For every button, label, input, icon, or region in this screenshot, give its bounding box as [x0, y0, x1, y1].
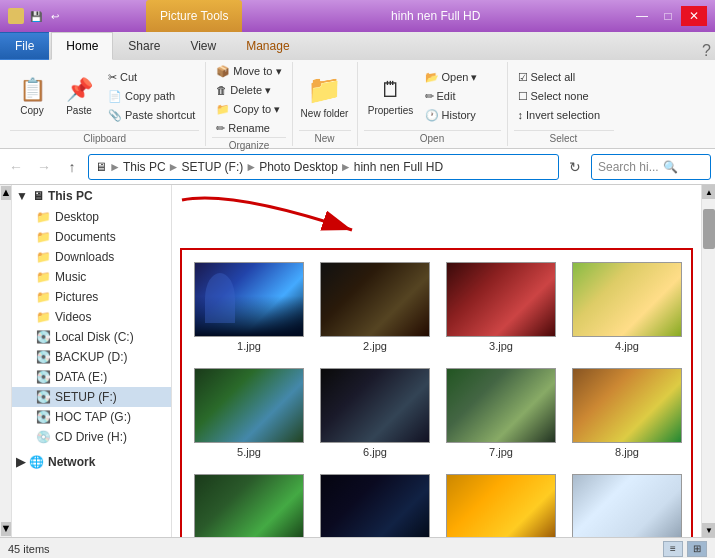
help-icon[interactable]: ?	[702, 42, 711, 60]
sidebar-item-data-e[interactable]: 💽 DATA (E:)	[12, 367, 171, 387]
maximize-button[interactable]: □	[655, 6, 681, 26]
path-setup: SETUP (F:)	[181, 160, 243, 174]
sidebar-item-documents[interactable]: 📁 Documents	[12, 227, 171, 247]
select-all-button[interactable]: ☑ Select all	[514, 68, 614, 86]
copy-to-button[interactable]: 📁 Copy to ▾	[212, 100, 285, 118]
sidebar-scroll-down[interactable]: ▼	[1, 522, 11, 536]
data-e-label: DATA (E:)	[55, 370, 107, 384]
list-item[interactable]: 4.jpg	[568, 258, 686, 356]
music-label: Music	[55, 270, 86, 284]
close-button[interactable]: ✕	[681, 6, 707, 26]
list-item[interactable]: 6.jpg	[316, 364, 434, 462]
grid-view-button[interactable]: ⊞	[687, 541, 707, 557]
sidebar-item-desktop[interactable]: 📁 Desktop	[12, 207, 171, 227]
list-item[interactable]: 12.jpg	[568, 470, 686, 537]
list-item[interactable]: 5.jpg	[190, 364, 308, 462]
tab-share[interactable]: Share	[113, 32, 175, 60]
sidebar-this-pc-section[interactable]: ▼ 🖥 This PC	[12, 185, 171, 207]
forward-button[interactable]: →	[32, 155, 56, 179]
this-pc-label: This PC	[48, 189, 93, 203]
edit-button[interactable]: ✏ Edit	[421, 87, 501, 105]
tab-manage[interactable]: Manage	[231, 32, 304, 60]
ribbon-tabs: File Home Share View Manage ?	[0, 32, 715, 60]
image-label-4: 4.jpg	[615, 340, 639, 352]
list-item[interactable]: 7.jpg	[442, 364, 560, 462]
rename-button[interactable]: ✏ Rename	[212, 119, 285, 137]
search-box[interactable]: Search hi... 🔍	[591, 154, 711, 180]
list-item[interactable]: 9.jpg	[190, 470, 308, 537]
minimize-button[interactable]: —	[629, 6, 655, 26]
scroll-thumb[interactable]	[703, 209, 715, 249]
scroll-track	[702, 199, 715, 523]
main-area: ▲ ▼ ▼ 🖥 This PC 📁 Desktop 📁 Documents 📁 …	[0, 185, 715, 537]
sidebar-network-section[interactable]: ▶ 🌐 Network	[12, 451, 171, 473]
organize-group: 📦 Move to ▾ 🗑 Delete ▾ 📁 Copy to ▾ ✏ Ren…	[206, 62, 292, 146]
open-label: Open	[364, 130, 501, 146]
select-none-button[interactable]: ☐ Select none	[514, 87, 614, 105]
sidebar-scroll-up[interactable]: ▲	[1, 186, 11, 200]
address-path[interactable]: 🖥 ► This PC ► SETUP (F:) ► Photo Desktop…	[88, 154, 559, 180]
documents-folder-icon: 📁	[36, 230, 51, 244]
path-photo-desktop: Photo Desktop	[259, 160, 338, 174]
move-icon: 📦	[216, 65, 230, 78]
delete-icon: 🗑	[216, 84, 227, 96]
paste-shortcut-button[interactable]: 📎 Paste shortcut	[104, 106, 199, 124]
copy-button[interactable]: 📋 Copy	[10, 66, 54, 126]
sidebar-item-downloads[interactable]: 📁 Downloads	[12, 247, 171, 267]
new-folder-icon: 📁	[307, 73, 342, 106]
sidebar-item-setup-f[interactable]: 💽 SETUP (F:)	[12, 387, 171, 407]
scroll-down-button[interactable]: ▼	[702, 523, 715, 537]
image-label-2: 2.jpg	[363, 340, 387, 352]
red-arrow	[172, 185, 392, 255]
copy-path-button[interactable]: 📄 Copy path	[104, 87, 199, 105]
tab-view[interactable]: View	[175, 32, 231, 60]
move-to-button[interactable]: 📦 Move to ▾	[212, 62, 285, 80]
tab-home[interactable]: Home	[51, 32, 113, 60]
list-item[interactable]: 2.jpg	[316, 258, 434, 356]
sidebar-item-music[interactable]: 📁 Music	[12, 267, 171, 287]
list-item[interactable]: 8.jpg	[568, 364, 686, 462]
path-computer-icon: 🖥	[95, 160, 107, 174]
path-hinh-nen: hinh nen Full HD	[354, 160, 443, 174]
qa-undo[interactable]: ↩	[47, 8, 63, 24]
sidebar-item-hoc-tap-g[interactable]: 💽 HOC TAP (G:)	[12, 407, 171, 427]
videos-folder-icon: 📁	[36, 310, 51, 324]
history-button[interactable]: 🕐 History	[421, 106, 501, 124]
sidebar-item-local-disk-c[interactable]: 💽 Local Disk (C:)	[12, 327, 171, 347]
tab-file[interactable]: File	[0, 32, 49, 60]
thumbnail-12	[572, 474, 682, 537]
invert-selection-button[interactable]: ↕ Invert selection	[514, 106, 614, 124]
path-sep1: ►	[109, 160, 121, 174]
thumbnail-6	[320, 368, 430, 443]
delete-button[interactable]: 🗑 Delete ▾	[212, 81, 285, 99]
sidebar-item-backup-d[interactable]: 💽 BACKUP (D:)	[12, 347, 171, 367]
list-item[interactable]: 3.jpg	[442, 258, 560, 356]
paste-button[interactable]: 📌 Paste	[57, 66, 101, 126]
sidebar-item-cd-drive-h[interactable]: 💿 CD Drive (H:)	[12, 427, 171, 447]
up-button[interactable]: ↑	[60, 155, 84, 179]
sidebar-item-pictures[interactable]: 📁 Pictures	[12, 287, 171, 307]
properties-button[interactable]: 🗒 Properties	[364, 66, 418, 126]
qa-save[interactable]: 💾	[28, 8, 44, 24]
cut-button[interactable]: ✂ Cut	[104, 68, 199, 86]
open-button[interactable]: 📂 Open ▾	[421, 68, 501, 86]
content-area: 1.jpg 2.jpg 3.jpg 4.jpg	[172, 185, 701, 537]
list-item[interactable]: 11.jpg	[442, 470, 560, 537]
scroll-up-button[interactable]: ▲	[702, 185, 715, 199]
edit-icon: ✏	[425, 90, 434, 103]
open-group: 🗒 Properties 📂 Open ▾ ✏ Edit 🕐 History	[358, 62, 508, 146]
thumbnail-1	[194, 262, 304, 337]
pictures-folder-icon: 📁	[36, 290, 51, 304]
thumbnail-11	[446, 474, 556, 537]
back-button[interactable]: ←	[4, 155, 28, 179]
cd-drive-h-icon: 💿	[36, 430, 51, 444]
cd-drive-h-label: CD Drive (H:)	[55, 430, 127, 444]
hoc-tap-g-icon: 💽	[36, 410, 51, 424]
list-item[interactable]: 10.jpg	[316, 470, 434, 537]
list-item[interactable]: 1.jpg	[190, 258, 308, 356]
sidebar-item-videos[interactable]: 📁 Videos	[12, 307, 171, 327]
new-folder-button[interactable]: 📁 New folder	[299, 66, 351, 126]
local-disk-c-icon: 💽	[36, 330, 51, 344]
list-view-button[interactable]: ≡	[663, 541, 683, 557]
refresh-button[interactable]: ↻	[563, 155, 587, 179]
